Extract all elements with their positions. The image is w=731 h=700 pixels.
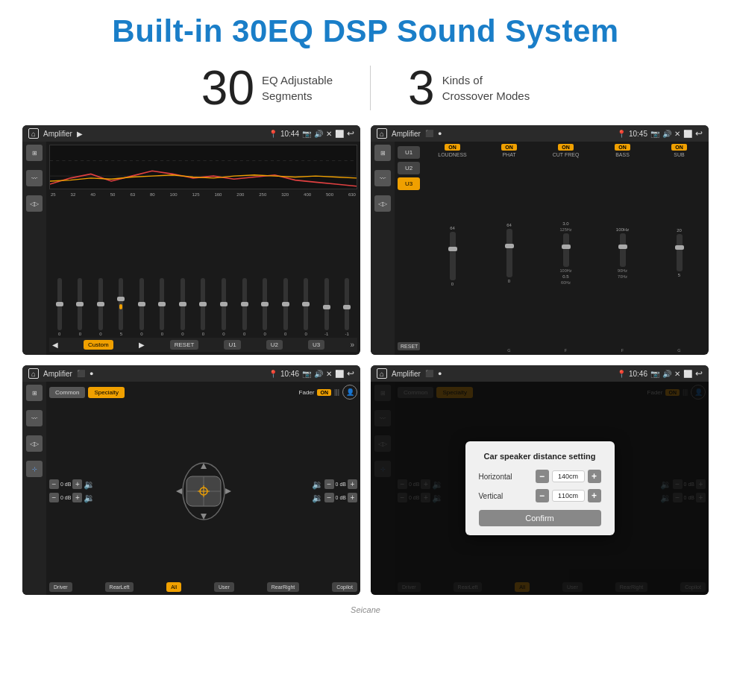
eq-bottom: ◀ Custom ▶ RESET U1 U2 U3 »	[49, 338, 357, 352]
home-icon-dlg[interactable]: ⌂	[377, 368, 387, 379]
back-icon-sp[interactable]: ↩	[347, 368, 354, 379]
window-icon-cr[interactable]: ⬜	[683, 130, 692, 138]
status-left-dialog: ⌂ Amplifier ⬛ ●	[377, 368, 442, 379]
window-icon[interactable]: ⬜	[335, 130, 344, 138]
loudness-val2: 0	[451, 282, 454, 286]
bt-icon-sp[interactable]: ⊹	[26, 461, 43, 477]
eq-slider-11: 0	[283, 278, 288, 336]
u2-btn[interactable]: U2	[266, 340, 283, 350]
rearleft-btn-sp[interactable]: RearLeft	[105, 582, 134, 592]
eq-slider-4: 0	[139, 278, 144, 336]
back-icon-cr[interactable]: ↩	[695, 128, 703, 139]
dialog-row-horizontal: Horizontal − 140cm +	[479, 470, 601, 483]
screen-body-speaker: ⊞ 〰 ◁▷ ⊹ Common Specialty Fader ON ||| 👤	[22, 382, 360, 595]
volume-icon-sp[interactable]: 🔊	[314, 370, 323, 378]
status-right-dialog: 📍 10:46 📷 🔊 ✕ ⬜ ↩	[617, 368, 703, 379]
eq-slider-6: 0	[181, 278, 185, 336]
home-icon-sp[interactable]: ⌂	[28, 368, 39, 379]
minus-btn-3[interactable]: −	[324, 479, 334, 489]
home-icon-cr[interactable]: ⌂	[377, 128, 387, 139]
back-icon-dlg[interactable]: ↩	[695, 368, 703, 379]
expand-icon[interactable]: »	[350, 341, 354, 349]
cutfreq-slider[interactable]	[563, 233, 569, 267]
camera-icon-cr[interactable]: 📷	[650, 130, 659, 138]
camera-icon-sp[interactable]: 📷	[302, 370, 311, 378]
plus-btn-2[interactable]: +	[72, 493, 82, 502]
camera-icon[interactable]: 📷	[302, 130, 311, 138]
phat-slider[interactable]	[506, 229, 512, 277]
back-icon-eq[interactable]: ↩	[347, 128, 354, 139]
preset-u3[interactable]: U3	[398, 177, 420, 190]
wave-icon-cr[interactable]: 〰	[374, 170, 391, 186]
eq-slider-8: 0	[222, 278, 226, 336]
window-icon-sp[interactable]: ⬜	[335, 370, 344, 378]
vol-icon-sp[interactable]: ◁▷	[26, 435, 43, 452]
tune-icon-sp[interactable]: ⊞	[26, 385, 43, 401]
bass-on-btn[interactable]: ON	[615, 144, 630, 151]
window-icon-dlg[interactable]: ⬜	[683, 370, 692, 378]
minus-btn-2[interactable]: −	[49, 493, 59, 502]
preset-u1[interactable]: U1	[398, 146, 420, 159]
plus-btn-4[interactable]: +	[348, 493, 357, 502]
sub-slider[interactable]	[677, 234, 683, 271]
screen-crossover: ⌂ Amplifier ⬛ ● 📍 10:45 📷 🔊 ✕ ⬜ ↩ ⊞ 〰 ◁▷	[371, 125, 709, 355]
rearright-btn-sp[interactable]: RearRight	[267, 582, 300, 592]
close-icon-sp[interactable]: ✕	[326, 370, 332, 378]
close-icon-cr[interactable]: ✕	[674, 130, 680, 138]
status-right-speaker: 📍 10:46 📷 🔊 ✕ ⬜ ↩	[269, 368, 354, 379]
home-icon[interactable]: ⌂	[28, 128, 39, 139]
loudness-slider[interactable]	[450, 232, 456, 280]
sub-on-btn[interactable]: ON	[671, 144, 687, 151]
close-icon-dlg[interactable]: ✕	[674, 370, 680, 378]
custom-btn[interactable]: Custom	[84, 340, 113, 350]
u3-btn[interactable]: U3	[308, 340, 324, 350]
dialog-title: Car speaker distance setting	[479, 452, 601, 461]
minus-btn-1[interactable]: −	[49, 479, 59, 489]
eq-sliders: 0 0 0 5 0	[49, 198, 357, 338]
close-icon-eq[interactable]: ✕	[326, 130, 332, 138]
eq-tune-icon[interactable]: ⊞	[26, 145, 43, 161]
eq-slider-13: -1	[324, 278, 329, 336]
cutfreq-label: CUT FREQ	[553, 152, 580, 157]
status-right-crossover: 📍 10:45 📷 🔊 ✕ ⬜ ↩	[617, 128, 703, 139]
all-btn-sp[interactable]: All	[166, 582, 181, 592]
volume-icon-cr[interactable]: 🔊	[662, 130, 671, 138]
phat-on-btn[interactable]: ON	[501, 144, 517, 151]
confirm-button[interactable]: Confirm	[479, 510, 601, 526]
volume-icon[interactable]: 🔊	[314, 130, 323, 138]
specialty-tab-sp[interactable]: Specialty	[88, 387, 124, 398]
preset-u2[interactable]: U2	[398, 162, 420, 174]
plus-btn-3[interactable]: +	[348, 479, 357, 489]
reset-btn[interactable]: RESET	[170, 340, 199, 350]
plus-btn-1[interactable]: +	[72, 479, 82, 489]
play-icon[interactable]: ▶	[77, 130, 83, 138]
minus-btn-4[interactable]: −	[324, 493, 334, 502]
person-icon-sp[interactable]: 👤	[342, 385, 357, 400]
eq-vol-icon[interactable]: ◁▷	[26, 195, 43, 212]
vertical-plus[interactable]: +	[588, 489, 601, 502]
prev-icon[interactable]: ◀	[52, 341, 58, 349]
vol-icon-cr[interactable]: ◁▷	[374, 195, 391, 212]
eq-graph	[49, 145, 357, 189]
next-icon[interactable]: ▶	[139, 341, 145, 349]
eq-wave-icon[interactable]: 〰	[26, 170, 43, 186]
wave-icon-sp[interactable]: 〰	[26, 410, 43, 426]
volume-icon-dlg[interactable]: 🔊	[662, 370, 671, 378]
horizontal-minus[interactable]: −	[536, 470, 549, 483]
cutfreq-on-btn[interactable]: ON	[558, 144, 574, 151]
reset-btn-cr[interactable]: RESET	[398, 342, 420, 350]
horizontal-plus[interactable]: +	[588, 470, 601, 483]
screen-title-speaker: Amplifier	[43, 370, 72, 378]
driver-btn-sp[interactable]: Driver	[49, 582, 72, 592]
vertical-minus[interactable]: −	[536, 489, 549, 502]
copilot-btn-sp[interactable]: Copilot	[332, 582, 357, 592]
tune-icon-cr[interactable]: ⊞	[374, 145, 391, 161]
fader-on-sp[interactable]: ON	[317, 389, 331, 396]
u1-btn[interactable]: U1	[224, 340, 240, 350]
amp-sidebar-sp: ⊞ 〰 ◁▷ ⊹	[22, 382, 46, 595]
bass-slider[interactable]	[620, 233, 626, 267]
camera-icon-dlg[interactable]: 📷	[650, 370, 659, 378]
common-tab-sp[interactable]: Common	[49, 387, 85, 398]
loudness-on-btn[interactable]: ON	[445, 144, 460, 151]
user-btn-sp[interactable]: User	[214, 582, 234, 592]
